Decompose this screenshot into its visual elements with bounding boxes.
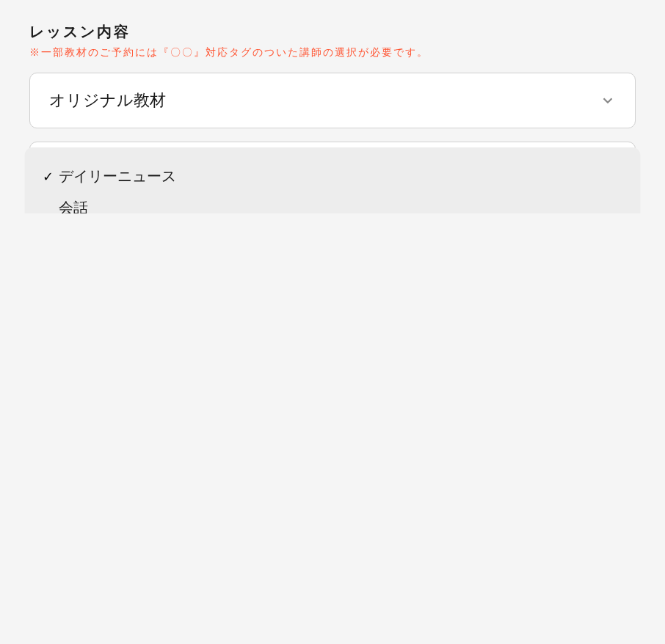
material-select[interactable]: オリジナル教材	[29, 73, 636, 128]
material-select-value: オリジナル教材	[49, 89, 166, 111]
section-label: レッスン内容	[29, 22, 636, 42]
category-dropdown-panel[interactable]: ✓ デイリーニュース 会話 写真描写 健康とライフスタイル 旅行と文化 ビ	[25, 147, 640, 213]
category-dropdown-container: ✓ デイリーニュース 会話 写真描写 健康とライフスタイル 旅行と文化 ビ	[29, 142, 636, 191]
notice-text: ※一部教材のご予約には『〇〇』対応タグのついた講師の選択が必要です。	[29, 46, 636, 59]
check-icon: ✓	[43, 169, 59, 185]
option-daily-news[interactable]: ✓ デイリーニュース	[25, 161, 640, 192]
option-label: デイリーニュース	[59, 167, 176, 186]
chevron-down-icon	[600, 92, 616, 109]
option-label: 会話	[59, 198, 88, 213]
option-conversation[interactable]: 会話	[25, 192, 640, 213]
